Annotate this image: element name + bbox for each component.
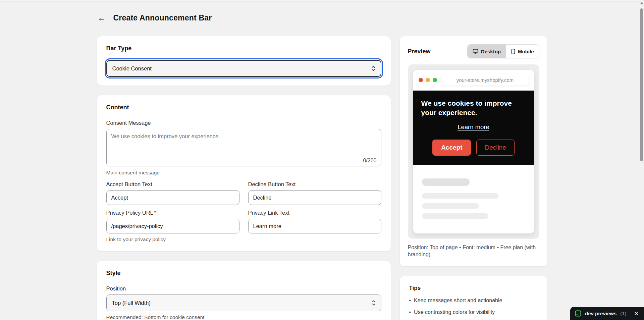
tips-card: Tips Keep messages short and actionable … xyxy=(399,276,548,320)
form-column: Bar Type Cookie Consent Content Consent … xyxy=(97,36,391,320)
toggle-mobile-button[interactable]: Mobile xyxy=(506,45,539,58)
traffic-yellow-icon xyxy=(426,78,430,82)
privacy-link-text-input[interactable] xyxy=(248,219,381,233)
dev-previews-label: dev previews xyxy=(585,311,616,316)
privacy-link-text-field: Privacy Link Text xyxy=(248,210,381,243)
close-icon[interactable]: ✕ xyxy=(634,311,639,316)
chevron-updown-icon xyxy=(371,65,375,72)
skeleton-bar xyxy=(422,178,470,186)
scrollbar-up-arrow-icon[interactable] xyxy=(640,2,643,4)
traffic-red-icon xyxy=(419,78,423,82)
skeleton-bar xyxy=(422,193,498,199)
preview-column: Preview Desktop xyxy=(399,36,548,320)
page-scrollbar[interactable] xyxy=(639,0,644,320)
tip-item: Use contrasting colors for visibility xyxy=(409,309,538,315)
browser-window: your-store.myshopify.com We use cookies … xyxy=(413,70,534,233)
style-heading: Style xyxy=(106,270,381,277)
bar-type-select-value: Cookie Consent xyxy=(112,65,152,72)
page-title: Create Announcement Bar xyxy=(113,13,212,22)
back-button[interactable]: ← xyxy=(97,12,107,23)
decline-button-text-field: Decline Button Text xyxy=(248,181,381,205)
required-asterisk: * xyxy=(154,210,156,216)
tips-list: Keep messages short and actionable Use c… xyxy=(409,298,538,315)
position-label: Position xyxy=(106,285,381,292)
privacy-policy-url-input[interactable] xyxy=(106,219,239,233)
bar-type-select[interactable]: Cookie Consent xyxy=(106,60,381,77)
position-select-value: Top (Full Width) xyxy=(112,300,151,306)
toggle-mobile-label: Mobile xyxy=(518,49,534,54)
dev-previews-bar[interactable]: dev previews (1) ✕ xyxy=(570,307,644,320)
char-counter: 0/200 xyxy=(363,158,376,164)
browser-chrome: your-store.myshopify.com xyxy=(413,70,534,91)
consent-message-helper: Main consent message xyxy=(106,170,381,176)
chevron-updown-icon xyxy=(372,299,376,307)
preview-heading: Preview xyxy=(408,48,431,55)
browser-url-bar: your-store.myshopify.com xyxy=(442,74,529,86)
position-select[interactable]: Top (Full Width) xyxy=(106,295,381,311)
privacy-policy-url-helper: Link to your privacy policy xyxy=(106,236,239,243)
decline-button-text-input[interactable] xyxy=(248,190,381,205)
scrollbar-thumb[interactable] xyxy=(640,8,643,161)
toggle-desktop-button[interactable]: Desktop xyxy=(468,45,506,58)
style-card: Style Position Top (Full Width) Recommen… xyxy=(97,261,391,320)
traffic-green-icon xyxy=(433,78,437,82)
content-card: Content Consent Message 0/200 Main conse… xyxy=(97,95,391,252)
accept-button-text-label: Accept Button Text xyxy=(106,181,239,188)
preview-card: Preview Desktop xyxy=(399,36,548,267)
announcement-bar-preview: We use cookies to improve your experienc… xyxy=(413,91,534,165)
toggle-desktop-label: Desktop xyxy=(481,49,501,54)
preview-decline-button[interactable]: Decline xyxy=(476,140,514,156)
browser-mockup: your-store.myshopify.com We use cookies … xyxy=(408,64,539,239)
privacy-policy-url-field: Privacy Policy URL* Link to your privacy… xyxy=(106,210,239,243)
top-hairline xyxy=(0,0,644,2)
position-helper: Recommended: Bottom for cookie consent xyxy=(106,314,381,320)
device-toggle: Desktop Mobile xyxy=(467,44,539,58)
consent-message-textarea[interactable] xyxy=(106,129,381,166)
skeleton-bar xyxy=(422,203,479,209)
announcement-learn-more-link[interactable]: Learn more xyxy=(421,123,526,131)
accept-button-text-input[interactable] xyxy=(106,190,239,205)
phone-icon xyxy=(511,49,515,54)
preview-caption: Position: Top of page • Font: medium • F… xyxy=(408,244,539,258)
page-skeleton xyxy=(413,165,534,232)
consent-message-label: Consent Message xyxy=(106,120,381,126)
announcement-message: We use cookies to improve your experienc… xyxy=(421,99,526,117)
privacy-link-text-label: Privacy Link Text xyxy=(248,210,381,216)
dev-previews-icon xyxy=(575,310,581,317)
bar-type-card: Bar Type Cookie Consent xyxy=(97,36,391,86)
traffic-light-icons xyxy=(419,78,437,82)
privacy-policy-url-label: Privacy Policy URL xyxy=(106,210,153,216)
decline-button-text-label: Decline Button Text xyxy=(248,181,381,188)
arrow-left-icon: ← xyxy=(98,13,106,22)
skeleton-bar xyxy=(422,213,488,219)
dev-previews-count: (1) xyxy=(620,311,626,316)
monitor-icon xyxy=(473,49,478,54)
preview-accept-button[interactable]: Accept xyxy=(432,140,471,156)
page-container: ← Create Announcement Bar Bar Type Cooki… xyxy=(97,12,548,320)
page-header: ← Create Announcement Bar xyxy=(97,12,548,23)
tips-heading: Tips xyxy=(409,285,538,291)
tip-item: Keep messages short and actionable xyxy=(409,298,538,304)
accept-button-text-field: Accept Button Text xyxy=(106,181,239,205)
content-heading: Content xyxy=(106,104,381,111)
bar-type-heading: Bar Type xyxy=(106,45,381,52)
